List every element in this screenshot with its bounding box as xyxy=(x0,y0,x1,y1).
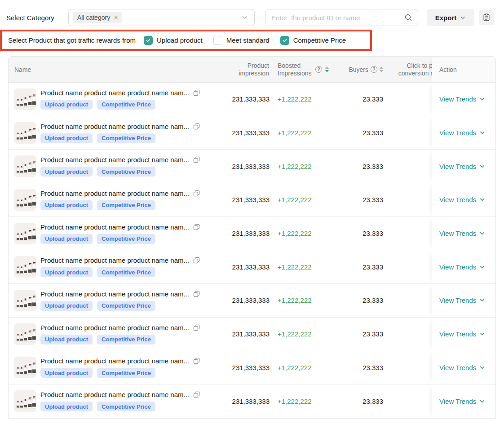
checkbox-unchecked-icon[interactable] xyxy=(213,36,222,45)
tag-competitive-price: Competitive Price xyxy=(97,267,155,277)
action-cell: View Trends xyxy=(432,116,495,150)
copy-icon[interactable] xyxy=(193,224,200,230)
checkbox-checked-icon[interactable] xyxy=(280,36,289,45)
view-trends-button[interactable]: View Trends xyxy=(439,95,485,103)
name-cell: Product name product name product name n… xyxy=(9,183,227,216)
view-trends-button[interactable]: View Trends xyxy=(439,196,485,203)
option-upload-product[interactable]: Upload product xyxy=(144,36,203,45)
name-cell: Product name product name product name n… xyxy=(9,384,227,418)
buyers-value: 23.333 xyxy=(329,217,385,250)
header-action: Action xyxy=(432,57,495,82)
table-header-row: Name Product impression Boosted Impressi… xyxy=(9,57,495,83)
tag-upload-product: Upload product xyxy=(40,368,93,378)
table-row: Product name product name product name n… xyxy=(9,250,495,284)
boosted-impressions-value: +1,222,222 xyxy=(275,351,329,384)
option-meet-standard[interactable]: Meet standard xyxy=(213,36,270,45)
export-label: Export xyxy=(435,14,457,22)
option-label: Competitive Price xyxy=(293,36,346,44)
product-thumbnail xyxy=(14,357,36,378)
copy-icon[interactable] xyxy=(193,257,200,264)
product-name: Product name product name product name n… xyxy=(40,156,189,163)
buyers-value: 23.333 xyxy=(329,83,385,116)
option-competitive-price[interactable]: Competitive Price xyxy=(280,36,346,45)
product-name: Product name product name product name n… xyxy=(40,256,189,264)
tag-upload-product: Upload product xyxy=(40,200,93,210)
category-chip[interactable]: All category × xyxy=(73,12,122,23)
value-divider xyxy=(272,230,272,237)
product-impression-value: 231,333,333 xyxy=(227,351,270,384)
boosted-impressions-value: +1,222,222 xyxy=(275,318,329,351)
name-cell: Product name product name product name n… xyxy=(9,150,227,183)
buyers-value: 23.333 xyxy=(329,183,385,216)
conversion-cell xyxy=(385,83,433,116)
export-button[interactable]: Export xyxy=(427,9,474,26)
table-row: Product name product name product name n… xyxy=(9,384,495,418)
search-input[interactable] xyxy=(265,9,418,26)
conversion-cell xyxy=(385,384,433,418)
name-cell: Product name product name product name n… xyxy=(9,250,227,283)
product-name: Product name product name product name n… xyxy=(40,123,189,130)
action-cell: View Trends xyxy=(432,217,495,250)
product-thumbnail xyxy=(14,88,36,110)
copy-icon[interactable] xyxy=(193,324,200,331)
table-row: Product name product name product name n… xyxy=(9,116,495,150)
name-cell: Product name product name product name n… xyxy=(9,318,227,351)
view-trends-button[interactable]: View Trends xyxy=(439,364,485,371)
value-divider xyxy=(272,196,272,203)
copy-icon[interactable] xyxy=(193,156,200,163)
copy-icon[interactable] xyxy=(193,123,200,130)
action-cell: View Trends xyxy=(432,284,495,317)
chevron-down-icon xyxy=(479,230,485,236)
copy-icon[interactable] xyxy=(193,358,200,364)
product-search xyxy=(265,9,418,26)
product-thumbnail xyxy=(14,390,36,412)
tag-competitive-price: Competitive Price xyxy=(97,368,155,378)
buyers-value: 23.333 xyxy=(329,351,385,384)
product-thumbnail xyxy=(14,323,36,345)
view-trends-button[interactable]: View Trends xyxy=(439,330,485,338)
chevron-down-icon xyxy=(479,96,485,102)
view-trends-button[interactable]: View Trends xyxy=(439,129,485,137)
view-trends-button[interactable]: View Trends xyxy=(439,296,485,304)
tag-upload-product: Upload product xyxy=(40,267,93,277)
copy-icon[interactable] xyxy=(193,89,200,96)
help-icon[interactable] xyxy=(371,66,377,73)
copy-icon[interactable] xyxy=(193,391,200,398)
boosted-impressions-value: +1,222,222 xyxy=(275,250,329,283)
name-cell: Product name product name product name n… xyxy=(9,83,227,116)
buyers-value: 23.333 xyxy=(329,250,385,283)
search-icon[interactable] xyxy=(404,13,412,23)
buyers-value: 23.333 xyxy=(329,318,385,351)
sort-boosted-icon[interactable] xyxy=(325,66,329,72)
chevron-down-icon xyxy=(479,130,485,136)
product-name: Product name product name product name n… xyxy=(40,391,189,398)
value-divider xyxy=(272,263,272,270)
copy-icon[interactable] xyxy=(193,190,200,197)
product-impression-value: 231,333,333 xyxy=(227,183,270,216)
tag-competitive-price: Competitive Price xyxy=(97,100,155,110)
report-list-button[interactable] xyxy=(479,10,494,25)
conversion-cell xyxy=(385,183,433,216)
chip-remove-icon[interactable]: × xyxy=(114,14,118,21)
table-row: Product name product name product name n… xyxy=(9,284,495,318)
checkbox-checked-icon[interactable] xyxy=(144,36,153,45)
header-divider xyxy=(272,64,272,75)
table-row: Product name product name product name n… xyxy=(9,351,495,385)
view-trends-button[interactable]: View Trends xyxy=(439,263,485,271)
help-icon[interactable] xyxy=(315,66,322,73)
sort-buyers-icon[interactable] xyxy=(380,66,383,72)
copy-icon[interactable] xyxy=(193,291,200,297)
product-thumbnail xyxy=(14,223,36,244)
conversion-cell xyxy=(385,116,433,150)
view-trends-button[interactable]: View Trends xyxy=(439,398,485,405)
product-impression-value: 231,333,333 xyxy=(227,284,270,317)
option-label: Meet standard xyxy=(226,36,270,44)
chevron-down-icon xyxy=(479,197,485,203)
view-trends-button[interactable]: View Trends xyxy=(439,230,485,237)
action-cell: View Trends xyxy=(432,250,495,283)
product-impression-value: 231,333,333 xyxy=(227,384,270,418)
header-boosted-impressions: Boosted Impressions xyxy=(275,57,329,82)
category-select[interactable]: All category × xyxy=(68,9,255,26)
table-row: Product name product name product name n… xyxy=(9,83,495,116)
view-trends-button[interactable]: View Trends xyxy=(439,163,485,170)
